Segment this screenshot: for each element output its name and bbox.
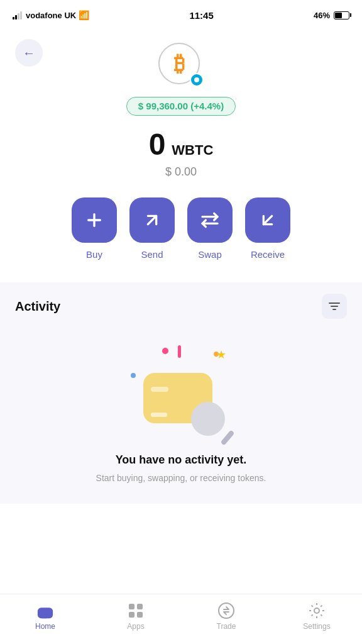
svg-rect-14	[137, 612, 143, 618]
svg-point-15	[219, 603, 234, 618]
bottom-nav: Home Apps Trade	[0, 594, 362, 644]
apps-nav-label: Apps	[127, 622, 144, 631]
buy-action[interactable]: Buy	[72, 197, 117, 260]
svg-point-16	[314, 608, 319, 613]
nav-item-apps[interactable]: Apps	[90, 602, 181, 631]
sparkle-red	[162, 348, 168, 354]
wifi-icon: 📶	[79, 10, 89, 20]
activity-title: Activity	[15, 299, 60, 314]
send-button[interactable]	[129, 197, 175, 243]
swap-button[interactable]	[187, 197, 233, 243]
battery-percent: 46%	[314, 11, 330, 20]
send-action[interactable]: Send	[129, 197, 175, 260]
sparkle-line	[178, 345, 181, 358]
token-price: $ 99,360.00 (+4.4%)	[138, 101, 224, 111]
home-nav-label: Home	[35, 622, 55, 631]
balance-amount: 0 WBTC	[149, 127, 214, 162]
btc-badge-icon	[190, 73, 204, 87]
back-button[interactable]: ←	[15, 39, 43, 67]
svg-rect-10	[41, 611, 47, 618]
wallet-strip	[151, 413, 167, 417]
balance-usd: $ 0.00	[165, 165, 197, 179]
status-bar: vodafone UK 📶 11:45 46%	[0, 0, 362, 28]
filter-icon	[327, 301, 341, 312]
buy-button[interactable]	[72, 197, 117, 243]
battery-info: 46%	[314, 11, 349, 20]
apps-icon	[128, 602, 144, 619]
balance-section: 0 WBTC $ 0.00	[149, 127, 214, 179]
swap-label: Swap	[198, 249, 222, 260]
magnifier-icon	[191, 402, 225, 436]
carrier-info: vodafone UK 📶	[13, 10, 89, 20]
gear-icon	[308, 602, 326, 619]
apps-nav-icon	[127, 602, 145, 619]
token-icon: ₿	[158, 43, 204, 88]
svg-rect-11	[129, 604, 134, 609]
token-symbol: WBTC	[172, 142, 213, 158]
btc-symbol-icon: ₿	[174, 52, 185, 76]
nav-item-settings[interactable]: Settings	[272, 602, 362, 631]
back-arrow-icon: ←	[23, 46, 35, 60]
swap-action[interactable]: Swap	[187, 197, 233, 260]
settings-nav-label: Settings	[303, 622, 330, 631]
carrier-name: vodafone UK	[26, 11, 76, 20]
send-icon	[142, 210, 162, 230]
signal-icon	[13, 11, 22, 19]
empty-illustration: ★	[124, 341, 238, 442]
receive-label: Receive	[251, 249, 285, 260]
action-buttons: Buy Send Swap	[0, 197, 362, 260]
status-time: 11:45	[189, 10, 213, 21]
empty-state: ★ You have no activity yet. Start buying…	[0, 329, 362, 504]
buy-label: Buy	[86, 249, 102, 260]
svg-line-2	[148, 216, 156, 224]
token-header: ₿ $ 99,360.00 (+4.4%) 0 WBTC $ 0.00	[0, 28, 362, 197]
nav-item-home[interactable]: Home	[0, 602, 90, 631]
home-nav-icon	[36, 602, 54, 619]
empty-subtitle: Start buying, swapping, or receiving tok…	[96, 472, 266, 485]
main-content: ← ₿ $ 99,360.00 (+4.4%) 0 WBTC $ 0.00	[0, 28, 362, 594]
price-tag: $ 99,360.00 (+4.4%)	[126, 97, 236, 116]
trade-nav-label: Trade	[217, 622, 236, 631]
sparkle-blue	[131, 373, 136, 378]
balance-number: 0	[149, 127, 166, 162]
trade-nav-icon	[217, 602, 235, 619]
svg-rect-12	[137, 604, 143, 609]
send-label: Send	[141, 249, 163, 260]
trade-icon	[217, 602, 235, 619]
svg-line-5	[263, 216, 272, 224]
receive-icon	[258, 210, 278, 230]
receive-button[interactable]	[245, 197, 290, 243]
filter-button[interactable]	[322, 294, 347, 319]
receive-action[interactable]: Receive	[245, 197, 290, 260]
svg-rect-13	[129, 612, 134, 618]
settings-nav-icon	[308, 602, 326, 619]
battery-icon	[334, 11, 349, 19]
empty-title: You have no activity yet.	[116, 453, 247, 467]
home-icon	[36, 602, 54, 619]
swap-icon	[200, 210, 220, 230]
plus-icon	[84, 210, 104, 230]
activity-header: Activity	[0, 282, 362, 329]
nav-item-trade[interactable]: Trade	[181, 602, 272, 631]
sparkle-star: ★	[216, 348, 226, 362]
